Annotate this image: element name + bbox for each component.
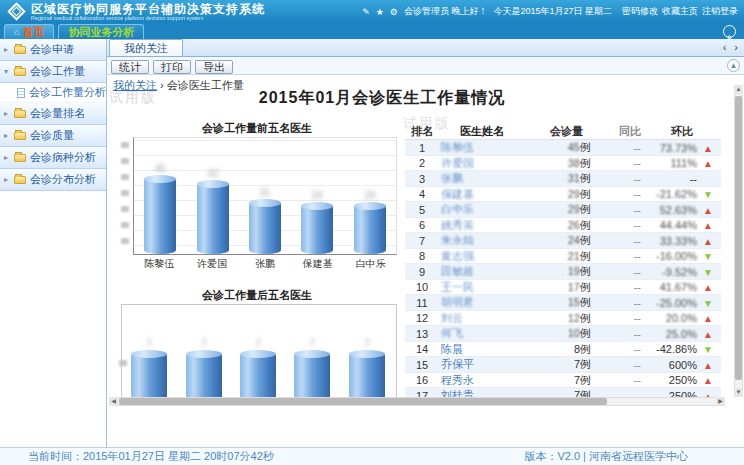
col-volume: 会诊量 [523, 124, 597, 139]
doctor-name-link[interactable]: 黄志强 [439, 249, 523, 264]
doctor-name-link[interactable]: 乔保平 [439, 357, 523, 372]
chevron-right-icon: ▸ [4, 131, 13, 140]
nav-tab-analysis-label: 协同业务分析 [68, 25, 134, 40]
scroll-left-arrow-icon[interactable]: ◀ [109, 397, 118, 406]
doctor-name-link[interactable]: 朱永灿 [439, 233, 523, 248]
toolbar-button-导出[interactable]: 导出 [195, 60, 233, 74]
chevron-right-icon: ▸ [4, 45, 13, 54]
doctor-name-link[interactable]: 田敏超 [439, 264, 523, 279]
system-subtitle: Regional medical collaboration service p… [31, 15, 242, 20]
bar-bottom5-4: 7 [294, 353, 330, 397]
sidebar-item[interactable]: ▸会诊分布分析 [0, 169, 106, 191]
app-logo-icon [7, 2, 25, 20]
table-row: 16程秀永7例--250%▲ [405, 373, 721, 389]
table-row: 4保建基29例---21.62%▼ [405, 187, 721, 203]
tab-scroll-left-icon[interactable]: ‹ [723, 42, 727, 53]
tab-scroll-right-icon[interactable]: › [734, 42, 738, 53]
doctor-name-link[interactable]: 陈晨 [439, 342, 523, 357]
sidebar-item[interactable]: ▸会诊申请 [0, 39, 106, 61]
trend-cell: ▲ [703, 312, 717, 324]
doctor-name-link[interactable]: 胡明君 [439, 295, 523, 310]
sidebar-item[interactable]: ▾会诊工作量 [0, 61, 106, 83]
nav-tab-home[interactable]: ⌂ 首页 [4, 24, 54, 39]
chart-top5-xlabels: 陈黎伍许爱国张鹏保建基白中乐 [133, 255, 397, 269]
table-row: 13何飞10例--25.0%▲ [405, 326, 721, 342]
nav-tab-collaboration-analysis[interactable]: 协同业务分析 [58, 24, 144, 39]
yoy-cell: -- [597, 219, 647, 231]
sidebar-item[interactable]: ▸会诊病种分析 [0, 147, 106, 169]
folder-icon [14, 110, 26, 118]
col-doctor-name: 医生姓名 [439, 124, 523, 139]
sidebar-item[interactable]: ▸会诊质量 [0, 125, 106, 147]
doctor-name-link[interactable]: 何飞 [439, 326, 523, 341]
doctor-name-link[interactable]: 姚秀英 [439, 218, 523, 233]
volume-cell: 12例 [523, 311, 597, 326]
doctor-name-link[interactable]: 许爱国 [439, 156, 523, 171]
scroll-right-arrow-icon[interactable]: ▶ [716, 397, 725, 406]
horizontal-scrollbar[interactable]: ◀ ▶ [109, 397, 725, 406]
rank-cell: 8 [405, 250, 439, 262]
doctor-name-link[interactable]: 王一民 [439, 280, 523, 295]
sidebar-menu: ▸会诊申请▾会诊工作量会诊工作量分析▸会诊量排名▸会诊质量▸会诊病种分析▸会诊分… [0, 39, 107, 447]
sidebar-item[interactable]: ▸会诊量排名 [0, 103, 106, 125]
tab-my-focus[interactable]: 我的关注 [109, 39, 183, 56]
sidebar-item-label: 会诊工作量 [30, 64, 85, 79]
bar-白中乐: 29 [354, 205, 386, 254]
sidebar-subitem[interactable]: 会诊工作量分析 [0, 83, 106, 103]
header-collapse-button[interactable]: » [723, 25, 736, 38]
rank-cell: 11 [405, 297, 439, 309]
volume-cell: 10例 [523, 326, 597, 341]
volume-cell: 38例 [523, 156, 597, 171]
trend-down-icon: ▼ [703, 267, 713, 278]
x-axis-label: 陈黎伍 [133, 255, 186, 269]
sidebar-item-label: 会诊申请 [30, 42, 74, 57]
header-link[interactable]: 收藏主页 [662, 6, 698, 16]
y-axis-tick-label-blurred [121, 238, 129, 244]
table-row: 8黄志强21例---16.00%▼ [405, 249, 721, 265]
table-row: 1陈黎伍45例--73.73%▲ [405, 140, 721, 156]
bar-value-label-blurred: 7 [131, 338, 167, 349]
mom-cell: -9.52% [647, 266, 703, 278]
y-axis-tick-label-blurred [121, 206, 129, 212]
doctor-name-link[interactable]: 张鹏 [439, 171, 523, 186]
doctor-name-link[interactable]: 白中乐 [439, 202, 523, 217]
scroll-up-arrow-icon[interactable]: ▲ [734, 85, 743, 94]
trend-up-icon: ▲ [703, 220, 713, 231]
y-axis-tick-label-blurred [121, 158, 129, 164]
edit-icon[interactable]: ✎ [362, 7, 370, 17]
panel-collapse-button[interactable]: ▲ [727, 59, 740, 72]
yoy-cell: -- [597, 266, 647, 278]
star-icon[interactable]: ★ [376, 7, 384, 17]
rank-cell: 1 [405, 142, 439, 154]
header-links: 密码修改收藏主页注销登录 [618, 5, 738, 18]
doctor-name-link[interactable]: 刘云 [439, 311, 523, 326]
vertical-scrollbar-thumb[interactable] [735, 96, 742, 380]
trend-cell: ▼ [703, 297, 717, 309]
mom-cell: 44.44% [647, 219, 703, 231]
doctor-name-link[interactable]: 保建基 [439, 187, 523, 202]
trend-down-icon: ▼ [703, 189, 713, 200]
bar-bottom5-2: 7 [186, 353, 222, 397]
doctor-name-link[interactable]: 程秀永 [439, 373, 523, 388]
header-link[interactable]: 注销登录 [702, 6, 738, 16]
sidebar-item-label: 会诊病种分析 [30, 150, 96, 165]
horizontal-scrollbar-thumb[interactable] [119, 398, 607, 405]
trend-down-icon: ▼ [703, 251, 713, 262]
col-mom: 环比 [647, 124, 703, 139]
toolbar-button-打印[interactable]: 打印 [153, 60, 191, 74]
doctor-name-link[interactable]: 陈黎伍 [439, 140, 523, 155]
yoy-cell: -- [597, 142, 647, 154]
table-row: 3张鹏31例---- [405, 171, 721, 187]
home-icon: ⌂ [14, 25, 19, 40]
scroll-down-arrow-icon[interactable]: ▼ [734, 388, 743, 397]
header-link[interactable]: 密码修改 [622, 6, 658, 16]
toolbar-button-统计[interactable]: 统计 [111, 60, 149, 74]
mom-cell: -16.00% [647, 250, 703, 262]
chart-bottom5-plot: 77777 [121, 304, 397, 397]
vertical-scrollbar[interactable]: ▲ ▼ [734, 85, 743, 397]
volume-cell: 24例 [523, 233, 597, 248]
rank-cell: 12 [405, 312, 439, 324]
chart-top5-plot: 4542312929 [133, 137, 397, 255]
gear-icon[interactable]: ⚙ [390, 7, 398, 17]
mom-cell: -21.62% [647, 188, 703, 200]
